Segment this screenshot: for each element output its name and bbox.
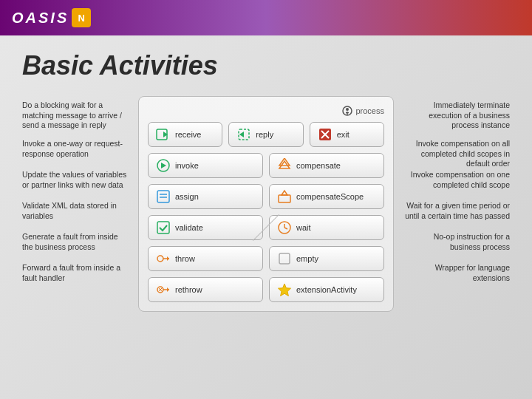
validate-icon [156,220,171,235]
svg-rect-16 [157,191,169,202]
invoke-button[interactable]: invoke [148,153,263,178]
receive-button[interactable]: receive [148,122,222,147]
throw-button[interactable]: throw [148,246,263,271]
extensionActivity-svg [277,282,292,297]
row-1: invoke compensate [148,153,384,178]
throw-svg [156,251,171,266]
receive-svg [156,127,171,142]
assign-label: assign [175,192,199,201]
right-desc-empty: No-op instruction for a business process [403,228,510,259]
extensionActivity-label: extensionActivity [296,285,357,294]
compensate-button[interactable]: compensate [269,153,384,178]
row-3: validate wait [148,215,384,240]
right-desc-exit: Immediately terminate execution of a bus… [403,96,510,134]
right-desc-compensateScope: Invoke compensation on one completed chi… [403,166,510,197]
validate-button[interactable]: validate [148,215,263,240]
exit-svg [318,127,332,142]
svg-line-24 [284,228,287,229]
left-desc-assign: Update the values of variables or partne… [22,166,129,197]
assign-button[interactable]: assign [148,184,263,209]
empty-icon [277,251,292,266]
compensateScope-svg [277,189,292,204]
left-desc-validate: Validate XML data stored in variables [22,197,129,228]
reply-icon [236,127,251,142]
invoke-icon [156,158,171,173]
row-5: rethrow extensionActivity [148,277,384,302]
left-desc-throw: Generate a fault from inside the busines… [22,228,129,259]
validate-svg [156,220,171,235]
compensateScope-button[interactable]: compensateScope [269,184,384,209]
right-desc-extension: Wrapper for language extensions [403,259,510,290]
row-2: assign compensateScope [148,184,384,209]
compensate-icon [277,158,292,173]
exit-icon [318,127,332,142]
empty-label: empty [296,254,318,263]
right-desc-compensate: Invoke compensation on all completed chi… [403,134,510,166]
svg-point-1 [346,108,349,111]
reply-button[interactable]: reply [228,122,303,147]
left-desc-receive: Do a blocking wait for a matching messag… [22,96,129,134]
rethrow-svg [156,282,171,297]
process-icon [342,106,352,116]
compensate-label: compensate [296,161,341,170]
process-label: process [148,106,384,116]
empty-button[interactable]: empty [269,246,384,271]
exit-label: exit [337,130,349,139]
throw-label: throw [175,254,195,263]
left-desc-rethrow: Forward a fault from inside a fault hand… [22,259,129,290]
svg-marker-12 [161,163,166,168]
left-desc-invoke: Invoke a one-way or request-response ope… [22,134,129,166]
header-bar: OASIS N [0,0,532,35]
invoke-label: invoke [175,161,199,170]
right-descriptions: Immediately terminate execution of a bus… [403,96,510,290]
empty-svg [277,251,292,266]
validate-label: validate [175,223,203,232]
left-descriptions: Do a blocking wait for a matching messag… [22,96,129,290]
svg-marker-14 [279,161,290,168]
wait-svg [277,220,292,235]
logo-text: OASIS [12,10,69,27]
invoke-svg [156,158,171,173]
wait-icon [277,220,292,235]
svg-rect-21 [157,222,169,233]
rethrow-icon [156,282,171,297]
wait-label: wait [296,223,311,232]
receive-icon [156,127,171,142]
right-desc-wait: Wait for a given time period or until a … [403,197,510,228]
assign-svg [156,189,171,204]
svg-marker-7 [239,132,244,137]
rethrow-button[interactable]: rethrow [148,277,263,302]
svg-marker-20 [282,191,287,195]
rethrow-label: rethrow [175,285,202,294]
main-content: Basic Activities Do a blocking wait for … [0,35,532,327]
logo-icon: N [72,8,91,27]
svg-marker-34 [279,284,291,296]
wait-button[interactable]: wait [269,215,384,240]
page-title: Basic Activities [22,50,510,81]
compensate-svg [277,158,292,173]
reply-svg [236,127,251,142]
svg-marker-31 [167,287,169,292]
compensateScope-label: compensateScope [296,192,364,201]
throw-icon [156,251,171,266]
content-area: Do a blocking wait for a matching messag… [22,96,510,312]
svg-marker-27 [167,256,169,261]
svg-point-25 [157,256,163,262]
extensionActivity-icon [277,282,292,297]
oasis-logo: OASIS N [12,8,91,27]
compensateScope-icon [277,189,292,204]
row-0: receive reply [148,122,384,147]
svg-rect-28 [279,253,290,264]
row-4: throw empty [148,246,384,271]
receive-label: receive [175,130,201,139]
exit-button[interactable]: exit [310,122,384,147]
center-diagram: process receive [138,96,394,312]
reply-label: reply [256,130,273,139]
assign-icon [156,189,171,204]
extensionActivity-button[interactable]: extensionActivity [269,277,384,302]
svg-rect-19 [279,195,290,202]
